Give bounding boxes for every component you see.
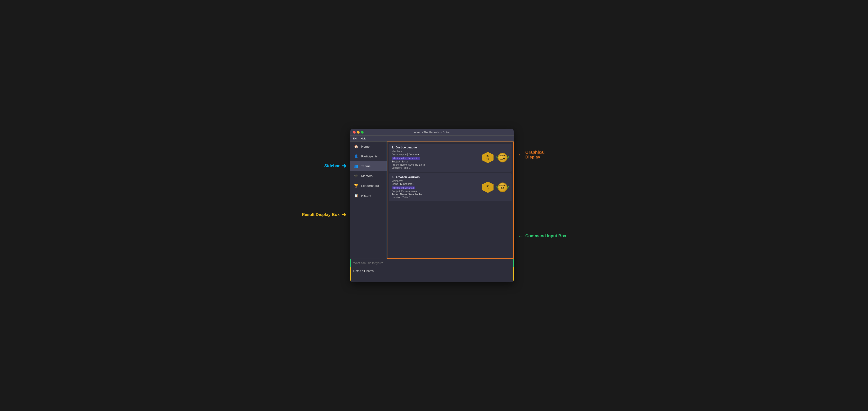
mentors-icon: 🎓 [354,174,358,178]
team-1-project: Project Name: Save the Earth [392,163,480,166]
main-layout: 🏠 Home 👤 Participants 👥 Teams 🎓 Mentors … [350,141,514,259]
team-1-info: 1. Justice League Members: Bruce Wayne |… [392,146,480,170]
team-2-id-badge: ID: T-3 [482,182,494,193]
team-1-name: 1. Justice League [392,146,480,149]
command-annotation-label: Command Input Box [525,234,566,238]
sidebar-mentors-label: Mentors [361,174,373,178]
command-input[interactable] [351,259,513,267]
app-window: Alfred - The Hackathon Butler Exit Help … [350,129,514,282]
sidebar-item-participants[interactable]: 👤 Participants [350,151,386,161]
teams-icon: 👥 [354,164,358,168]
title-bar: Alfred - The Hackathon Butler [350,129,514,136]
sidebar-home-label: Home [361,145,370,148]
team-2-name: 2. Amazon Warriors [392,175,480,179]
command-annotation-row: ← Command Input Box [518,233,566,239]
sidebar-item-history[interactable]: 📋 History [350,191,386,201]
team-2-subject: Subject: Environmental [392,190,480,193]
result-display: Listed all teams [351,267,513,282]
graphical-arrow-icon: ← [518,151,524,158]
team-1-hexagon: ID: T-1 [482,152,494,163]
team-1-id-badge: ID: T-1 [482,152,494,163]
team-1-members: Bruce Wayne | Superman [392,153,480,156]
result-annotation-label: Result Display Box [302,212,340,217]
bottom-area: Listed all teams [350,259,514,282]
sidebar-history-label: History [361,194,371,197]
sidebar-annotation-label: Sidebar [324,164,340,168]
team-1-location: Location: Table 1 [392,166,480,169]
team-1-mentor-badge: Mentor: Alfred the Mentor [392,157,420,160]
team-1-score-circle: SCORE: 100 [498,153,507,163]
team-card-2: 2. Amazon Warriors Members: Diana | Supe… [389,173,512,201]
team-2-project: Project Name: Save the Am... [392,193,480,196]
sidebar: 🏠 Home 👤 Participants 👥 Teams 🎓 Mentors … [350,141,387,259]
team-1-members-label: Members: [392,150,480,153]
team-2-members: Diana | SuperHero1 [392,182,480,185]
leaderboard-icon: 🏆 [354,184,358,188]
team-2-members-label: Members: [392,179,480,182]
result-arrow-icon: ➜ [341,211,346,218]
graphical-display: 1. Justice League Members: Bruce Wayne |… [387,141,514,259]
sidebar-teams-label: Teams [361,164,370,168]
graphical-annotation-row: ← GraphicalDisplay [518,150,566,160]
command-input-wrapper [350,259,514,267]
sidebar-item-leaderboard[interactable]: 🏆 Leaderboard [350,181,386,191]
menu-help[interactable]: Help [361,137,366,140]
team-2-score-medallion: 🌿 SCORE: 80 🌿 [496,181,509,194]
sidebar-participants-label: Participants [361,155,378,158]
sidebar-leaderboard-label: Leaderboard [361,184,379,187]
menu-bar: Exit Help [350,136,514,141]
maximize-button[interactable] [361,131,364,134]
graphical-annotation-label: GraphicalDisplay [525,150,545,160]
left-annotations: Sidebar ➜ Result Display Box ➜ [302,129,346,218]
result-annotation-row: Result Display Box ➜ [302,211,346,218]
minimize-button[interactable] [357,131,360,134]
team-2-location: Location: Table 2 [392,196,480,199]
close-button[interactable] [353,131,355,134]
team-card-1: 1. Justice League Members: Bruce Wayne |… [389,144,512,172]
team-2-hexagon: ID: T-3 [482,182,494,193]
right-annotations: ← GraphicalDisplay ← Command Input Box [518,129,566,239]
history-icon: 📋 [354,194,358,198]
sidebar-item-teams[interactable]: 👥 Teams [350,161,386,171]
team-1-score-medallion: 🌿 SCORE: 100 🌿 [496,151,509,164]
team-2-score-circle: SCORE: 80 [498,182,507,192]
participants-icon: 👤 [354,154,358,158]
team-2-mentor-badge: Mentor not assigned [392,186,415,190]
result-display-wrapper: Listed all teams [350,267,514,282]
sidebar-item-mentors[interactable]: 🎓 Mentors [350,171,386,181]
team-2-info: 2. Amazon Warriors Members: Diana | Supe… [392,175,480,199]
sidebar-arrow-icon: ➜ [341,163,346,169]
menu-exit[interactable]: Exit [353,137,358,140]
sidebar-item-home[interactable]: 🏠 Home [350,141,386,151]
home-icon: 🏠 [354,144,358,148]
command-arrow-icon: ← [518,233,524,239]
team-1-subject: Subject: Social [392,160,480,163]
traffic-lights [353,131,364,134]
sidebar-annotation-row: Sidebar ➜ [324,163,346,169]
window-title: Alfred - The Hackathon Butler [414,131,450,134]
page-container: Sidebar ➜ Result Display Box ➜ Alfred - … [302,129,566,282]
